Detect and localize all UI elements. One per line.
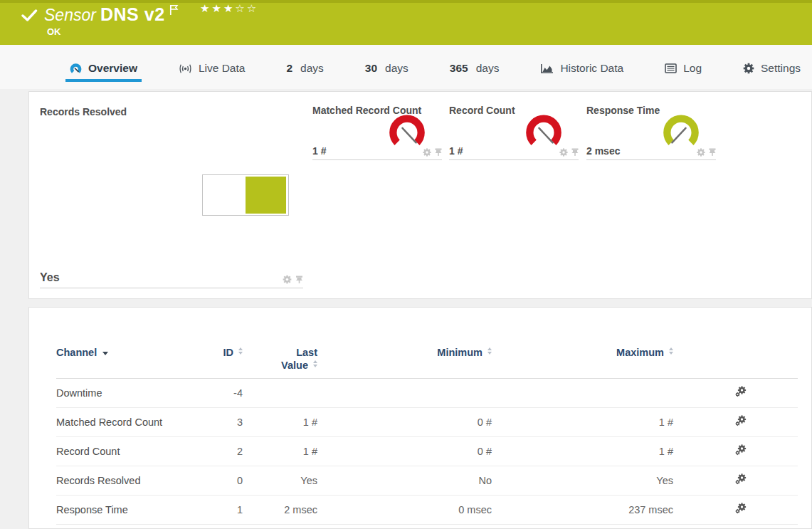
tab-label: days	[476, 62, 500, 75]
response-time-gauge-tile: Response Time 2 msec	[586, 105, 716, 160]
table-row-record-count[interactable]: Record Count 2 1 # 0 # 1 #	[56, 437, 798, 466]
status-ok-check-icon	[21, 9, 38, 25]
last-value: 2 msec	[243, 504, 317, 515]
channel-settings-gear-icon[interactable]	[735, 503, 747, 515]
tab-label: Historic Data	[560, 62, 623, 75]
tab-day-count: 365	[450, 62, 468, 75]
channel-name: Response Time	[56, 504, 200, 515]
gauge-dial	[523, 114, 564, 149]
gauge-icon	[70, 63, 82, 74]
last-value: 1 #	[243, 446, 317, 457]
minimum-value: 0 msec	[317, 504, 492, 515]
channel-id: 1	[200, 504, 243, 515]
tab-label: Settings	[761, 62, 801, 75]
maximum-value: 1 #	[492, 446, 673, 457]
record-count-gauge-tile: Record Count 1 #	[449, 105, 579, 160]
tab-live-data[interactable]: Live Data	[177, 62, 246, 89]
table-row-response-time[interactable]: Response Time 1 2 msec 0 msec 237 msec	[56, 496, 798, 525]
priority-stars[interactable]: ★★★☆☆	[200, 2, 258, 15]
tile-gear-icon[interactable]	[423, 148, 431, 157]
minimum-value: No	[317, 475, 492, 486]
column-header-maximum[interactable]: Maximum	[492, 346, 673, 359]
tab-overview[interactable]: Overview	[68, 62, 139, 89]
tab-settings[interactable]: Settings	[742, 62, 802, 89]
records-resolved-indicator	[202, 174, 289, 216]
channel-settings-gear-icon[interactable]	[735, 386, 747, 398]
sort-active-desc-icon	[102, 352, 108, 355]
tab-30-days[interactable]: 30 days	[364, 62, 410, 89]
gauge-dial	[660, 114, 702, 149]
object-type-label: Sensor	[44, 6, 96, 25]
tab-day-count: 2	[286, 62, 292, 75]
sort-icon	[313, 360, 317, 367]
list-icon	[665, 63, 677, 73]
channel-settings-gear-icon[interactable]	[735, 415, 747, 427]
tab-label: Live Data	[199, 62, 245, 75]
tile-value: Yes	[40, 271, 60, 284]
tab-label: Overview	[88, 62, 137, 75]
area-chart-icon	[540, 63, 554, 74]
column-header-id[interactable]: ID	[200, 346, 243, 359]
tab-2-days[interactable]: 2 days	[285, 62, 325, 89]
tile-value: 1 #	[449, 145, 463, 157]
tile-gear-icon[interactable]	[283, 275, 292, 284]
tile-value: 2 msec	[586, 145, 620, 157]
column-header-minimum[interactable]: Minimum	[317, 346, 492, 359]
tile-gear-icon[interactable]	[559, 148, 568, 157]
overview-panel: Records Resolved Yes Matched Record Coun…	[28, 91, 812, 299]
table-row-records-resolved[interactable]: Records Resolved 0 Yes No Yes	[56, 466, 798, 496]
tile-title: Record Count	[449, 105, 515, 116]
matched-record-count-gauge-tile: Matched Record Count 1 #	[312, 105, 442, 160]
channel-settings-gear-icon[interactable]	[735, 444, 747, 456]
tab-label: Log	[683, 62, 702, 75]
channel-table-panel: Channel ID Last Value Minimum Maximum Do…	[28, 307, 812, 529]
table-row-downtime[interactable]: Downtime -4	[56, 379, 798, 408]
tile-pin-icon[interactable]	[295, 276, 303, 284]
channel-name: Records Resolved	[56, 475, 200, 486]
channel-name: Matched Record Count	[56, 417, 200, 428]
tile-pin-icon[interactable]	[435, 148, 442, 157]
gauge-dial	[386, 114, 428, 149]
tab-log[interactable]: Log	[663, 62, 703, 89]
tile-title: Response Time	[586, 105, 660, 116]
tab-label: days	[385, 62, 408, 75]
channel-id: 0	[200, 475, 243, 486]
channel-name: Downtime	[56, 387, 200, 399]
tab-bar: Overview Live Data 2 days 30 days 365	[0, 45, 812, 89]
channel-id: -4	[200, 387, 243, 399]
maximum-value: 1 #	[492, 417, 673, 428]
indicator-on-segment	[246, 177, 286, 214]
tile-pin-icon[interactable]	[709, 148, 716, 157]
header-top-strip	[0, 0, 812, 3]
minimum-value: 0 #	[317, 417, 492, 428]
tile-value: 1 #	[312, 145, 326, 157]
tab-historic-data[interactable]: Historic Data	[539, 62, 625, 89]
channel-id: 3	[200, 417, 243, 428]
broadcast-icon	[179, 63, 192, 74]
tab-label: days	[300, 62, 324, 75]
tile-gear-icon[interactable]	[697, 148, 705, 157]
column-header-last-value[interactable]: Last Value	[243, 346, 317, 372]
tile-title: Records Resolved	[40, 106, 127, 117]
minimum-value: 0 #	[317, 446, 492, 457]
flag-icon[interactable]	[169, 4, 179, 19]
sensor-name: DNS v2	[100, 4, 165, 25]
sort-icon	[669, 347, 673, 355]
column-header-channel[interactable]: Channel	[56, 346, 200, 359]
channel-table-header: Channel ID Last Value Minimum Maximum	[56, 346, 798, 379]
sensor-status-text: OK	[47, 26, 61, 37]
channel-name: Record Count	[56, 446, 200, 457]
sensor-status-header: Sensor DNS v2 ★★★☆☆ OK	[0, 0, 812, 45]
records-resolved-tile: Records Resolved Yes	[40, 106, 303, 288]
gear-icon	[743, 63, 754, 74]
channel-settings-gear-icon[interactable]	[735, 473, 747, 486]
maximum-value: Yes	[492, 475, 673, 486]
last-value: Yes	[243, 475, 317, 486]
maximum-value: 237 msec	[492, 504, 673, 515]
table-row-matched-record-count[interactable]: Matched Record Count 3 1 # 0 # 1 #	[56, 408, 798, 437]
tile-pin-icon[interactable]	[571, 148, 579, 157]
last-value: 1 #	[243, 417, 317, 428]
tab-day-count: 30	[365, 62, 377, 75]
tab-365-days[interactable]: 365 days	[448, 62, 501, 89]
channel-id: 2	[200, 446, 243, 457]
